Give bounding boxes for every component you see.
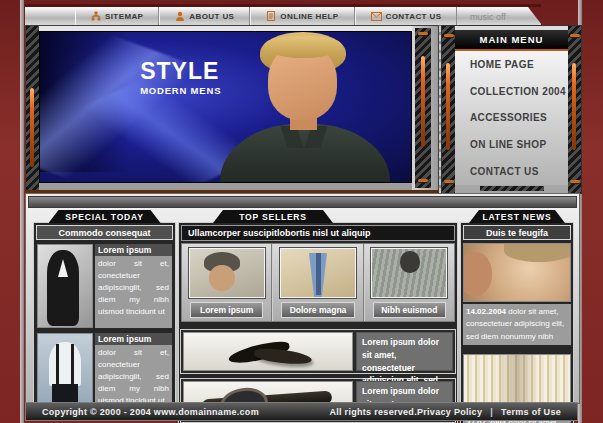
nav-label: ONLINE HELP: [280, 12, 338, 21]
suspender: [56, 344, 59, 384]
nav-sitemap[interactable]: SITEMAP: [75, 7, 159, 25]
product-button[interactable]: Lorem ipsum: [190, 302, 263, 318]
news-gap: [463, 345, 571, 351]
product-cell: Dolore magna: [271, 244, 362, 321]
orange-hook: [418, 32, 428, 35]
special-item-photo[interactable]: [37, 244, 93, 328]
banner-left-decoration: [26, 26, 39, 190]
main-menu-title: MAIN MENU: [455, 30, 568, 51]
latest-news-tab: LATEST NEWS: [469, 210, 565, 223]
orange-hook: [570, 180, 580, 183]
feature-text: Lorem ipsum dolor sit amet, consectetuer…: [356, 332, 453, 371]
feature-row: Lorem ipsum dolor sit amet, consectetuer…: [181, 330, 455, 373]
banner-right-decoration: [412, 26, 438, 190]
terms-of-use-link[interactable]: Terms of Use: [501, 407, 561, 417]
shoe: [253, 347, 312, 366]
second-face: [463, 252, 492, 296]
special-item: Lorem ipsum dolor sit et, conectetuer ad…: [36, 243, 173, 329]
orange-rod: [30, 88, 34, 167]
music-toggle[interactable]: music off: [470, 12, 506, 22]
product-photo-beanie-man[interactable]: [189, 248, 265, 298]
nav-label: CONTACT US: [386, 12, 442, 21]
help-icon: [266, 11, 276, 21]
left-metal-edge: [20, 0, 24, 423]
tie: [316, 253, 321, 295]
footer-links: All rights reserved.Privacy Policy|Terms…: [329, 407, 561, 417]
top-sellers-subtitle: Ullamcorper suscipitlobortis nisl ut ali…: [181, 225, 455, 241]
model-torso: [220, 124, 390, 183]
special-item-title: Lorem ipsum: [95, 244, 172, 256]
nav-contact-us[interactable]: CONTACT US: [355, 7, 458, 25]
menu-item-home-page[interactable]: HOME PAGE: [455, 51, 568, 78]
suspender: [71, 344, 74, 384]
special-item-title: Lorem ipsum: [95, 333, 172, 345]
model-hair: [504, 243, 571, 262]
top-sellers-panel: Ullamcorper suscipitlobortis nisl ut ali…: [179, 223, 457, 423]
special-today-subtitle: Commodo consequat: [36, 225, 173, 240]
menu-right-decoration: [568, 26, 581, 193]
page: SITEMAP ABOUT US ONLINE HELP CONTACT US: [0, 0, 603, 423]
orange-rod: [446, 63, 450, 150]
orange-hook: [444, 180, 454, 183]
top-sellers-tab: TOP SELLERS: [213, 210, 333, 223]
top-sellers-section: TOP SELLERS Ullamcorper suscipitlobortis…: [179, 210, 457, 423]
news-date: 14.02.2004: [466, 307, 506, 316]
special-today-panel: Commodo consequat Lorem ipsum dolor sit …: [34, 223, 175, 420]
product-photo-knit-sweater[interactable]: [371, 248, 447, 298]
menu-item-accessories[interactable]: ACCESSORIES: [455, 105, 568, 132]
feature-photo-shoes[interactable]: [183, 332, 353, 371]
menu-bottom-decoration: [480, 186, 544, 191]
orange-hook: [418, 179, 428, 182]
menu-item-collection-2004[interactable]: COLLECTION 2004: [455, 78, 568, 105]
rights-text: All rights reserved.: [329, 407, 417, 417]
footer-bar: Copyright © 2000 - 2004 www.domainname.c…: [25, 402, 578, 421]
privacy-policy-link[interactable]: Privacy Policy: [417, 407, 482, 417]
footer-separator: |: [490, 407, 493, 417]
product-button[interactable]: Dolore magna: [281, 302, 354, 318]
copyright-text: Copyright © 2000 - 2004 www.domainname.c…: [42, 407, 259, 417]
menu-left-decoration: [442, 26, 455, 193]
page-curl-decoration: [528, 7, 542, 25]
nav-label: SITEMAP: [105, 12, 143, 21]
special-item-text: Lorem ipsum dolor sit et, conectetuer ad…: [95, 244, 172, 328]
latest-news-subtitle: Duis te feugifa: [463, 225, 571, 240]
latest-news-panel: Duis te feugifa 14.02.2004 dolor sit ame…: [461, 223, 573, 423]
special-item-body: dolor sit et, conectetuer adipiscinglit,…: [95, 256, 172, 328]
model-face: [209, 265, 235, 291]
main-menu-list: HOME PAGE COLLECTION 2004 ACCESSORIES ON…: [455, 51, 568, 185]
banner-model-photo: [202, 31, 407, 182]
nav-about-us[interactable]: ABOUT US: [159, 7, 250, 25]
person-icon: [175, 11, 185, 21]
latest-news-section: LATEST NEWS Duis te feugifa 14.02.2004 d…: [461, 210, 573, 423]
orange-rod: [421, 56, 425, 148]
model-fringe: [264, 36, 342, 58]
orange-hook: [570, 34, 580, 37]
news-text: 14.02.2004 dolor sit amet, consectetuer …: [463, 304, 571, 345]
banner: STYLE MODERN MENS: [25, 25, 439, 193]
sitemap-icon: [91, 11, 101, 21]
menu-item-contact-us[interactable]: CONTACT US: [455, 158, 568, 185]
mail-icon: [371, 12, 382, 21]
orange-hook: [444, 34, 454, 37]
model-head: [400, 251, 420, 273]
product-cell: Lorem ipsum: [182, 244, 271, 321]
product-photo-tan-suit[interactable]: [280, 248, 356, 298]
special-today-section: SPECIAL TODAY Commodo consequat Lorem ip…: [34, 210, 175, 420]
news-item: 14.02.2004 dolor sit amet, consectetuer …: [463, 243, 571, 345]
orange-rod: [572, 63, 576, 150]
top-nav-bar: SITEMAP ABOUT US ONLINE HELP CONTACT US: [25, 4, 541, 26]
content-panel: SPECIAL TODAY Commodo consequat Lorem ip…: [25, 193, 580, 404]
product-button[interactable]: Nibh euismod: [373, 302, 446, 318]
banner-image: STYLE MODERN MENS: [39, 31, 412, 183]
shirt-figure: [49, 342, 81, 386]
special-today-tab: SPECIAL TODAY: [49, 210, 161, 223]
main-menu: MAIN MENU HOME PAGE COLLECTION 2004 ACCE…: [441, 25, 582, 194]
nav-online-help[interactable]: ONLINE HELP: [250, 7, 354, 25]
product-cell: Nibh euismod: [363, 244, 454, 321]
news-photo-face[interactable]: [463, 243, 571, 302]
menu-item-on-line-shop[interactable]: ON LINE SHOP: [455, 131, 568, 158]
top-sellers-products: Lorem ipsum Dolore magna Nibh euism: [181, 243, 455, 322]
content-top-strip: [28, 196, 577, 208]
top-nav-items: SITEMAP ABOUT US ONLINE HELP CONTACT US: [75, 7, 457, 25]
nav-label: ABOUT US: [189, 12, 234, 21]
